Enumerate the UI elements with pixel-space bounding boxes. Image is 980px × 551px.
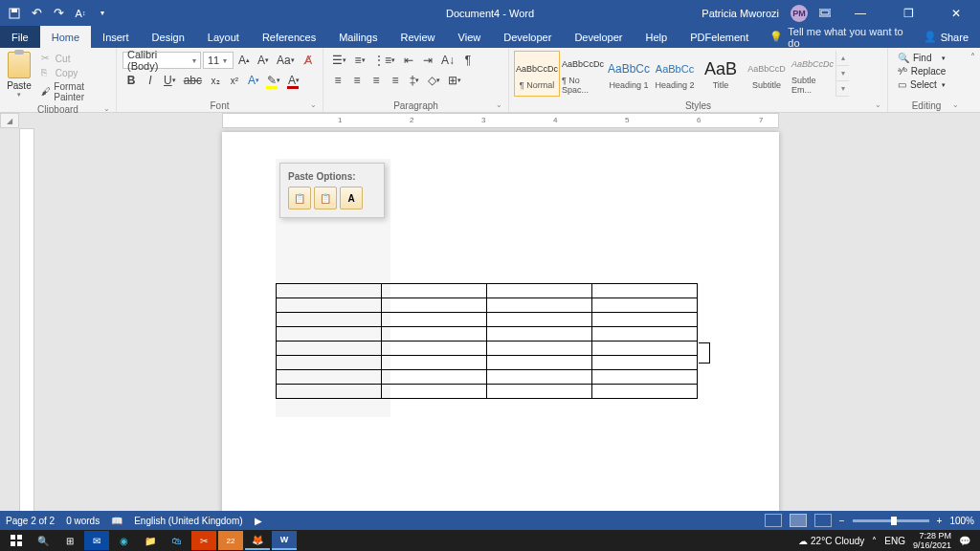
task-view-button[interactable]: ⊞ bbox=[57, 531, 82, 550]
align-center-button[interactable]: ≡ bbox=[348, 72, 366, 89]
tab-pdfelement[interactable]: PDFelement bbox=[679, 26, 760, 48]
highlight-button[interactable]: ✎▾ bbox=[264, 72, 283, 89]
web-layout-button[interactable] bbox=[814, 514, 832, 527]
table-row[interactable] bbox=[277, 298, 698, 313]
table-row[interactable] bbox=[277, 327, 698, 342]
tab-mailings[interactable]: Mailings bbox=[327, 26, 389, 48]
align-right-button[interactable]: ≡ bbox=[368, 72, 385, 89]
sort-button[interactable]: A↓ bbox=[438, 52, 457, 69]
close-button[interactable]: ✕ bbox=[938, 7, 974, 20]
paste-merge-button[interactable]: 📋 bbox=[314, 187, 337, 209]
tab-view[interactable]: View bbox=[447, 26, 493, 48]
horizontal-ruler[interactable]: 1 2 3 4 5 6 7 bbox=[222, 113, 779, 128]
change-case-button[interactable]: Aa▾ bbox=[274, 52, 298, 69]
tab-references[interactable]: References bbox=[251, 26, 327, 48]
paste-text-only-button[interactable]: A bbox=[340, 187, 363, 209]
format-painter-button[interactable]: 🖌Format Painter bbox=[38, 80, 112, 103]
select-button[interactable]: ▭Select▾ bbox=[896, 78, 947, 91]
cut-button[interactable]: ✂Cut bbox=[38, 52, 112, 65]
macro-icon[interactable]: ▶ bbox=[255, 516, 262, 526]
underline-button[interactable]: U▾ bbox=[161, 72, 179, 89]
line-spacing-button[interactable]: ‡▾ bbox=[406, 72, 423, 89]
style-subtle-em[interactable]: AaBbCcDcSubtle Em... bbox=[790, 51, 835, 97]
find-button[interactable]: 🔍Find▾ bbox=[896, 52, 947, 64]
collapse-ribbon-button[interactable]: ˄ bbox=[965, 48, 980, 112]
tab-insert[interactable]: Insert bbox=[91, 26, 141, 48]
zoom-level[interactable]: 100% bbox=[949, 516, 974, 526]
ruler-corner[interactable]: ◢ bbox=[0, 113, 19, 128]
tab-review[interactable]: Review bbox=[390, 26, 447, 48]
document-page[interactable]: Paste Options: 📋 📋 A bbox=[222, 132, 779, 515]
maximize-button[interactable]: ❐ bbox=[890, 7, 926, 20]
justify-button[interactable]: ≡ bbox=[387, 72, 404, 89]
tab-help[interactable]: Help bbox=[635, 26, 679, 48]
show-marks-button[interactable]: ¶ bbox=[459, 52, 477, 69]
table-row[interactable] bbox=[277, 284, 698, 298]
shrink-font-button[interactable]: A▾ bbox=[255, 52, 272, 69]
tab-design[interactable]: Design bbox=[141, 26, 196, 48]
copy-button[interactable]: ⎘Copy bbox=[38, 66, 112, 79]
taskbar-app-word[interactable]: W bbox=[272, 531, 297, 550]
bullets-button[interactable]: ☰▾ bbox=[329, 52, 349, 69]
align-left-button[interactable]: ≡ bbox=[329, 72, 346, 89]
shading-button[interactable]: ◇▾ bbox=[425, 72, 443, 89]
multilevel-button[interactable]: ⋮≡▾ bbox=[370, 52, 398, 69]
table-extra-cell[interactable] bbox=[699, 342, 710, 364]
qat-dropdown-icon[interactable]: ▾ bbox=[96, 7, 109, 20]
search-button[interactable]: 🔍 bbox=[31, 531, 56, 550]
tell-me-search[interactable]: 💡 Tell me what you want to do bbox=[769, 26, 911, 48]
paste-keep-source-button[interactable]: 📋 bbox=[288, 187, 311, 209]
save-icon[interactable] bbox=[8, 7, 21, 20]
taskbar-app-snip[interactable]: ✂ bbox=[191, 531, 216, 550]
decrease-indent-button[interactable]: ⇤ bbox=[400, 52, 417, 69]
zoom-slider[interactable] bbox=[853, 519, 929, 522]
input-language[interactable]: ENG bbox=[884, 536, 905, 546]
clear-formatting-button[interactable]: A̸ bbox=[300, 52, 317, 69]
style-normal[interactable]: AaBbCcDc¶ Normal bbox=[514, 51, 560, 97]
table-row[interactable] bbox=[277, 385, 698, 399]
read-mode-button[interactable] bbox=[765, 514, 782, 527]
style-title[interactable]: AaBTitle bbox=[698, 51, 744, 97]
start-button[interactable] bbox=[4, 531, 29, 550]
bold-button[interactable]: B bbox=[122, 72, 140, 89]
style-subtitle[interactable]: AaBbCcDSubtitle bbox=[744, 51, 790, 97]
share-button[interactable]: 👤 Share bbox=[912, 26, 980, 48]
word-count[interactable]: 0 words bbox=[66, 516, 100, 526]
borders-button[interactable]: ⊞▾ bbox=[445, 72, 464, 89]
user-name[interactable]: Patricia Mworozi bbox=[702, 8, 779, 19]
table-row[interactable] bbox=[277, 370, 698, 385]
page-count[interactable]: Page 2 of 2 bbox=[6, 516, 55, 526]
style-heading1[interactable]: AaBbCcHeading 1 bbox=[606, 51, 652, 97]
weather-widget[interactable]: ☁ 22°C Cloudy bbox=[798, 536, 864, 546]
undo-icon[interactable]: ↶ bbox=[30, 7, 43, 20]
zoom-out-button[interactable]: − bbox=[839, 516, 845, 526]
numbering-button[interactable]: ≡▾ bbox=[351, 52, 368, 69]
tab-home[interactable]: Home bbox=[40, 26, 91, 48]
font-color-button[interactable]: A▾ bbox=[285, 72, 302, 89]
text-effects-button[interactable]: A▾ bbox=[245, 72, 262, 89]
styles-gallery[interactable]: AaBbCcDc¶ Normal AaBbCcDc¶ No Spac... Aa… bbox=[513, 50, 850, 98]
document-table[interactable] bbox=[276, 283, 698, 399]
notifications-icon[interactable]: 💬 bbox=[959, 536, 970, 546]
style-heading2[interactable]: AaBbCcHeading 2 bbox=[652, 51, 698, 97]
minimize-button[interactable]: — bbox=[842, 7, 879, 20]
touch-mode-icon[interactable]: A↕ bbox=[74, 7, 87, 20]
tab-layout[interactable]: Layout bbox=[196, 26, 251, 48]
zoom-in-button[interactable]: + bbox=[937, 516, 943, 526]
tab-developer[interactable]: Developer bbox=[492, 26, 563, 48]
print-layout-button[interactable] bbox=[790, 514, 807, 527]
taskbar-app-store[interactable]: 🛍 bbox=[165, 531, 189, 550]
table-row[interactable] bbox=[277, 313, 698, 327]
increase-indent-button[interactable]: ⇥ bbox=[419, 52, 436, 69]
tab-file[interactable]: File bbox=[0, 26, 40, 48]
taskbar-app-firefox[interactable]: 🦊 bbox=[245, 531, 270, 550]
table-row[interactable] bbox=[277, 342, 698, 356]
user-avatar[interactable]: PM bbox=[791, 5, 808, 22]
tab-developer-2[interactable]: Developer bbox=[563, 26, 634, 48]
strikethrough-button[interactable]: abc bbox=[181, 72, 205, 89]
superscript-button[interactable]: x² bbox=[226, 72, 243, 89]
subscript-button[interactable]: x₂ bbox=[207, 72, 224, 89]
taskbar-app-explorer[interactable]: 📁 bbox=[138, 531, 163, 550]
grow-font-button[interactable]: A▴ bbox=[235, 52, 253, 69]
font-size-combo[interactable]: 11▾ bbox=[203, 52, 234, 69]
